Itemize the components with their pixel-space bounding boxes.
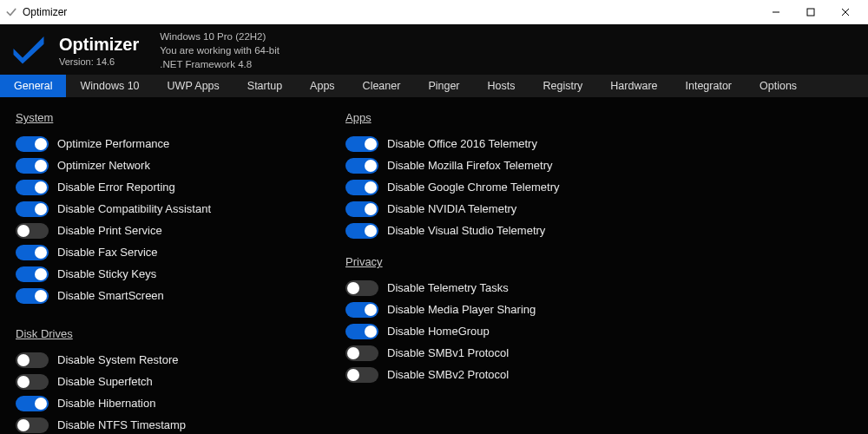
toggle[interactable] — [345, 223, 378, 239]
section-disk-drives: Disk Drives — [16, 327, 345, 340]
toggle[interactable] — [16, 352, 49, 368]
toggle[interactable] — [16, 223, 49, 239]
tab-uwp-apps[interactable]: UWP Apps — [154, 75, 233, 97]
toggle[interactable] — [16, 136, 49, 152]
tab-general[interactable]: General — [0, 75, 66, 97]
toggle[interactable] — [345, 324, 378, 339]
setting-label: Disable Media Player Sharing — [387, 303, 536, 316]
dotnet-line: .NET Framework 4.8 — [160, 57, 279, 71]
setting-label: Disable SMBv1 Protocol — [387, 346, 509, 359]
titlebar: Optimizer — [0, 0, 868, 24]
tab-hosts[interactable]: Hosts — [474, 75, 529, 97]
close-button[interactable] — [828, 0, 863, 24]
toggle[interactable] — [345, 158, 378, 174]
arch-line: You are working with 64-bit — [160, 43, 279, 57]
setting-row: Disable System Restore — [16, 349, 345, 371]
toggle[interactable] — [16, 396, 49, 411]
setting-row: Optimizer Network — [16, 155, 345, 176]
setting-label: Disable Mozilla Firefox Telemetry — [387, 159, 553, 172]
setting-row: Disable Error Reporting — [16, 176, 345, 198]
setting-row: Disable HomeGroup — [345, 320, 675, 342]
os-line: Windows 10 Pro (22H2) — [160, 30, 279, 43]
tab-pinger[interactable]: Pinger — [414, 75, 473, 97]
content-area: System Optimize PerformanceOptimizer Net… — [0, 97, 868, 434]
system-info: Windows 10 Pro (22H2) You are working wi… — [160, 30, 279, 71]
setting-label: Disable HomeGroup — [387, 325, 490, 338]
maximize-button[interactable] — [793, 0, 828, 24]
setting-row: Disable Google Chrome Telemetry — [345, 176, 675, 198]
tab-registry[interactable]: Registry — [529, 75, 596, 97]
toggle[interactable] — [16, 245, 49, 260]
right-column: Apps Disable Office 2016 TelemetryDisabl… — [345, 106, 675, 432]
toggle[interactable] — [16, 288, 49, 304]
toggle[interactable] — [16, 418, 49, 433]
toggle[interactable] — [16, 374, 49, 390]
toggle[interactable] — [16, 158, 49, 174]
logo-checkmark-icon — [10, 32, 47, 69]
setting-label: Disable Telemetry Tasks — [387, 281, 509, 294]
setting-row: Disable Superfetch — [16, 371, 345, 392]
toggle[interactable] — [345, 280, 378, 296]
setting-row: Disable SMBv1 Protocol — [345, 342, 675, 364]
setting-row: Disable SMBv2 Protocol — [345, 364, 675, 385]
setting-row: Disable Fax Service — [16, 241, 345, 263]
setting-label: Disable Compatibility Assistant — [57, 202, 211, 215]
setting-row: Disable NVIDIA Telemetry — [345, 198, 675, 220]
toggle[interactable] — [345, 367, 378, 383]
section-system: System — [16, 111, 345, 124]
setting-row: Disable Telemetry Tasks — [345, 277, 675, 299]
setting-label: Disable SmartScreen — [57, 289, 164, 302]
header: Optimizer Version: 14.6 Windows 10 Pro (… — [0, 24, 868, 75]
setting-row: Disable Media Player Sharing — [345, 299, 675, 320]
setting-label: Optimize Performance — [57, 137, 169, 150]
tab-apps[interactable]: Apps — [296, 75, 349, 97]
svg-rect-1 — [807, 9, 814, 16]
setting-row: Disable NTFS Timestamp — [16, 414, 345, 434]
setting-label: Disable Error Reporting — [57, 181, 175, 194]
toggle[interactable] — [16, 201, 49, 217]
toggle[interactable] — [16, 180, 49, 195]
setting-label: Disable System Restore — [57, 353, 178, 366]
toggle[interactable] — [345, 180, 378, 195]
setting-row: Disable Sticky Keys — [16, 263, 345, 285]
tab-integrator[interactable]: Integrator — [672, 75, 746, 97]
setting-label: Disable Fax Service — [57, 246, 158, 259]
setting-label: Disable NTFS Timestamp — [57, 418, 186, 431]
setting-label: Disable Visual Studio Telemetry — [387, 224, 545, 237]
window-title: Optimizer — [23, 6, 67, 18]
tab-options[interactable]: Options — [746, 75, 811, 97]
setting-row: Disable Compatibility Assistant — [16, 198, 345, 220]
toggle[interactable] — [345, 201, 378, 217]
setting-label: Disable Google Chrome Telemetry — [387, 181, 559, 194]
tab-hardware[interactable]: Hardware — [596, 75, 671, 97]
setting-row: Disable Mozilla Firefox Telemetry — [345, 155, 675, 176]
section-apps: Apps — [345, 111, 675, 124]
toggle[interactable] — [345, 136, 378, 152]
app-version: Version: 14.6 — [59, 56, 139, 67]
setting-label: Disable Office 2016 Telemetry — [387, 137, 537, 150]
setting-label: Disable Hibernation — [57, 397, 155, 410]
tab-startup[interactable]: Startup — [233, 75, 296, 97]
setting-row: Disable Visual Studio Telemetry — [345, 220, 675, 241]
tab-cleaner[interactable]: Cleaner — [349, 75, 415, 97]
setting-label: Disable Superfetch — [57, 375, 153, 388]
setting-row: Disable Print Service — [16, 220, 345, 241]
toggle[interactable] — [345, 345, 378, 361]
setting-label: Disable NVIDIA Telemetry — [387, 202, 516, 215]
minimize-button[interactable] — [759, 0, 793, 24]
app-icon — [5, 6, 17, 18]
toggle[interactable] — [16, 266, 49, 282]
setting-label: Disable Sticky Keys — [57, 267, 156, 280]
setting-label: Disable Print Service — [57, 224, 162, 237]
tab-windows-10[interactable]: Windows 10 — [66, 75, 153, 97]
toggle[interactable] — [345, 302, 378, 318]
tab-bar: GeneralWindows 10UWP AppsStartupAppsClea… — [0, 75, 868, 97]
section-privacy: Privacy — [345, 255, 675, 268]
setting-row: Disable Hibernation — [16, 392, 345, 414]
setting-label: Optimizer Network — [57, 159, 150, 172]
left-column: System Optimize PerformanceOptimizer Net… — [16, 106, 345, 432]
app-name: Optimizer — [59, 35, 139, 55]
setting-row: Disable Office 2016 Telemetry — [345, 133, 675, 155]
setting-row: Optimize Performance — [16, 133, 345, 155]
setting-row: Disable SmartScreen — [16, 285, 345, 306]
